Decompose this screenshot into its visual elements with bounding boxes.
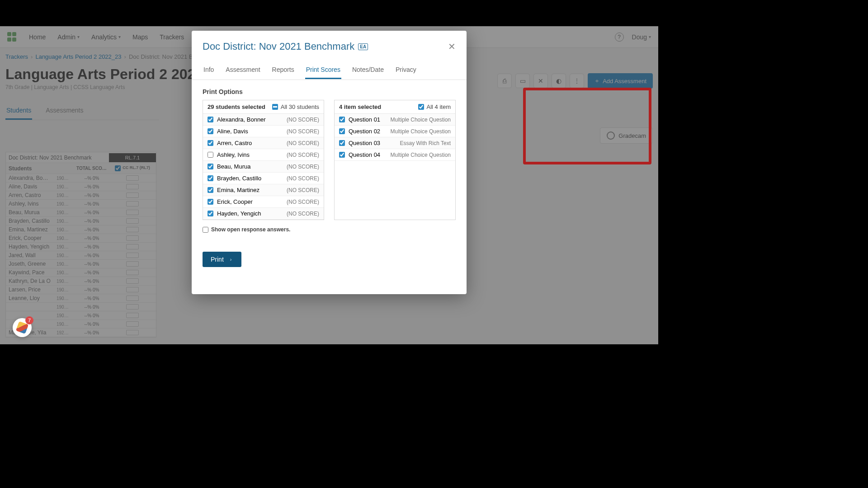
item-row[interactable]: Question 01Multiple Choice Question: [335, 114, 455, 126]
item-checkbox[interactable]: [339, 128, 345, 134]
chevron-right-icon: ›: [230, 257, 232, 262]
student-row[interactable]: Arren, Castro(NO SCORE): [203, 137, 324, 149]
student-checkbox[interactable]: [208, 152, 213, 158]
student-checkbox[interactable]: [208, 211, 213, 216]
app-region: Home Admin▾ Analytics▾ Maps Trackers A ?…: [0, 26, 658, 344]
student-row[interactable]: Brayden, Castillo(NO SCORE): [203, 173, 324, 184]
modal-tabs: Info Assessment Reports Print Scores Not…: [192, 61, 467, 80]
student-row[interactable]: Hayden, Yengich(NO SCORE): [203, 208, 324, 220]
student-row[interactable]: Emina, Martinez(NO SCORE): [203, 184, 324, 196]
items-panel: 4 item selected All 4 item Question 01Mu…: [334, 100, 456, 220]
indeterminate-checkbox-icon: [272, 104, 278, 110]
item-checkbox[interactable]: [339, 152, 345, 158]
student-row[interactable]: Beau, Murua(NO SCORE): [203, 161, 324, 173]
students-panel: 29 students selected All 30 students Ale…: [203, 100, 324, 220]
students-selected-count: 29 students selected: [208, 103, 265, 110]
modal-tab-info[interactable]: Info: [203, 61, 215, 79]
student-checkbox[interactable]: [208, 199, 213, 205]
modal-tab-assessment[interactable]: Assessment: [225, 61, 261, 79]
all-students-toggle[interactable]: All 30 students: [272, 103, 319, 110]
help-widget[interactable]: 7: [13, 318, 32, 337]
student-checkbox[interactable]: [208, 117, 213, 122]
close-icon[interactable]: ✕: [448, 41, 456, 52]
student-checkbox[interactable]: [208, 187, 213, 193]
student-row[interactable]: Ashley, Ivins(NO SCORE): [203, 149, 324, 161]
all-items-checkbox[interactable]: [418, 104, 424, 110]
ea-badge: EA: [358, 43, 368, 50]
print-button[interactable]: Print ›: [203, 252, 241, 267]
modal-title: Doc District: Nov 2021 Benchmark EA: [203, 41, 368, 52]
modal-tab-reports[interactable]: Reports: [271, 61, 295, 79]
student-checkbox[interactable]: [208, 140, 213, 146]
student-row[interactable]: Erick, Cooper(NO SCORE): [203, 196, 324, 208]
show-open-response-toggle[interactable]: Show open response answers.: [203, 226, 456, 233]
item-row[interactable]: Question 02Multiple Choice Question: [335, 126, 455, 137]
print-options-title: Print Options: [203, 88, 456, 95]
student-checkbox[interactable]: [208, 128, 213, 134]
items-selected-count: 4 item selected: [339, 103, 381, 110]
item-row[interactable]: Question 04Multiple Choice Question: [335, 149, 455, 161]
modal-tab-privacy[interactable]: Privacy: [395, 61, 417, 79]
student-row[interactable]: Alexandra, Bonner(NO SCORE): [203, 114, 324, 126]
show-open-response-checkbox[interactable]: [203, 227, 208, 233]
student-row[interactable]: Aline, Davis(NO SCORE): [203, 126, 324, 137]
print-scores-modal: Doc District: Nov 2021 Benchmark EA ✕ In…: [192, 31, 467, 294]
student-checkbox[interactable]: [208, 175, 213, 181]
modal-tab-notes[interactable]: Notes/Date: [351, 61, 385, 79]
item-checkbox[interactable]: [339, 140, 345, 146]
all-items-toggle[interactable]: All 4 item: [418, 103, 451, 110]
item-row[interactable]: Question 03Essay With Rich Text: [335, 137, 455, 149]
student-checkbox[interactable]: [208, 164, 213, 169]
help-badge: 7: [25, 316, 33, 324]
modal-tab-print-scores[interactable]: Print Scores: [305, 61, 341, 79]
item-checkbox[interactable]: [339, 117, 345, 122]
